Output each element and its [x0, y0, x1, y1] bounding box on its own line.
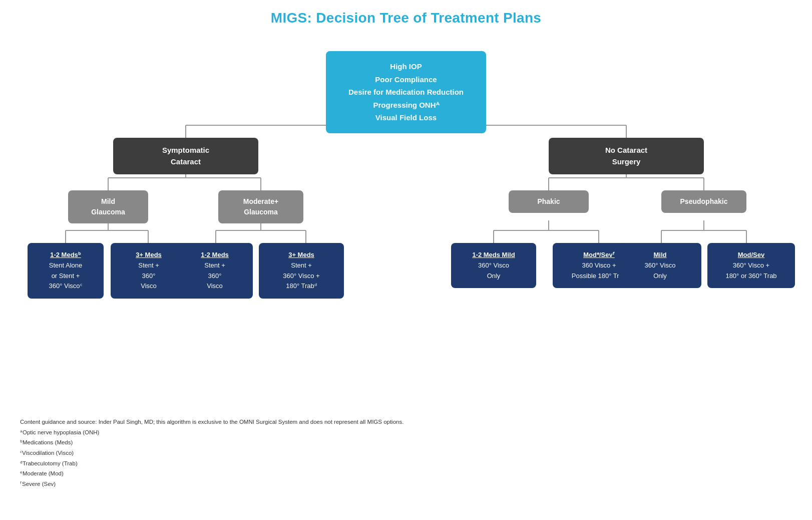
leaf5-node: 1-2 Meds Mild 360° Visco Only	[451, 243, 536, 288]
leaf7-line1: 360° Visco	[644, 262, 675, 269]
root-line3: Desire for Medication Reduction	[348, 88, 464, 96]
sym-cat-line1: Symptomatic	[162, 146, 209, 154]
leaf3-node: 1-2 Meds Stent + 360° Visco	[177, 243, 253, 299]
footnote-e: ᵉModerate (Mod)	[20, 468, 792, 479]
leaf7-line2: Only	[653, 272, 667, 280]
footnote-a: ᵃOptic nerve hypoplasia (ONH)	[20, 427, 792, 438]
decision-tree-diagram: High IOP Poor Compliance Desire for Medi…	[21, 41, 791, 402]
leaf2-line1: Stent +	[138, 262, 159, 269]
leaf8-line1: 360° Visco +	[733, 262, 769, 269]
leaf6-line1: 360 Visco +	[582, 262, 616, 269]
root-node: High IOP Poor Compliance Desire for Medi…	[326, 51, 486, 133]
no-cat-line2: Surgery	[612, 157, 641, 166]
footnote-c: ᶜViscodilation (Visco)	[20, 448, 792, 458]
mild-glaucoma-node: Mild Glaucoma	[68, 190, 148, 223]
leaf2-line3: Visco	[141, 282, 157, 290]
root-line5: Visual Field Loss	[375, 113, 437, 122]
leaf1-top: 1-2 Medsᵇ	[33, 250, 99, 261]
leaf1-node: 1-2 Medsᵇ Stent Alone or Stent + 360° Vi…	[28, 243, 104, 299]
footer-source: Content guidance and source: Inder Paul …	[20, 417, 792, 427]
leaf7-top: Mild	[624, 250, 696, 261]
moderate-glaucoma-node: Moderate+ Glaucoma	[218, 190, 303, 223]
leaf1-line2: or Stent +	[52, 272, 80, 280]
root-line2: Poor Compliance	[375, 75, 437, 84]
leaf5-top: 1-2 Meds Mild	[456, 250, 531, 261]
mild-glauc-line1: Mild	[101, 197, 115, 205]
leaf4-top: 3+ Meds	[264, 250, 339, 261]
leaf2-node: 3+ Meds Stent + 360° Visco	[111, 243, 187, 299]
leaf4-line3: 180° Trabᵈ	[286, 282, 317, 290]
leaf4-line1: Stent +	[291, 262, 312, 269]
footnote-f: ᶠSevere (Sev)	[20, 479, 792, 489]
mod-glauc-line2: Glaucoma	[244, 208, 278, 216]
mod-glauc-line1: Moderate+	[243, 197, 278, 205]
leaf1-line3: 360° Viscoᶜ	[49, 282, 82, 290]
root-line4: Progressing ONHᴬ	[373, 101, 439, 109]
footer: Content guidance and source: Inder Paul …	[20, 417, 792, 489]
leaf5-line1: 360° Visco	[478, 262, 509, 269]
symptomatic-cataract-node: Symptomatic Cataract	[113, 138, 258, 174]
mild-glauc-line2: Glaucoma	[91, 208, 125, 216]
leaf6-line2: Possible 180° Trab	[572, 272, 626, 280]
leaf3-line3: Visco	[207, 282, 223, 290]
phakic-node: Phakic	[509, 190, 589, 213]
leaf2-top: 3+ Meds	[116, 250, 182, 261]
leaf7-node: Mild 360° Visco Only	[619, 243, 701, 288]
pseudophakic-line1: Pseudophakic	[680, 197, 728, 205]
root-line1: High IOP	[390, 62, 422, 71]
leaf5-line2: Only	[487, 272, 501, 280]
leaf4-line2: 360° Visco +	[283, 272, 319, 280]
leaf2-line2: 360°	[142, 272, 156, 280]
phakic-line1: Phakic	[537, 197, 560, 205]
sym-cat-line2: Cataract	[171, 157, 201, 166]
leaf3-line1: Stent +	[204, 262, 225, 269]
page-title: MIGS: Decision Tree of Treatment Plans	[20, 10, 792, 26]
leaf3-line2: 360°	[208, 272, 222, 280]
no-cat-line1: No Cataract	[605, 146, 647, 154]
leaf4-node: 3+ Meds Stent + 360° Visco + 180° Trabᵈ	[259, 243, 344, 299]
leaf8-node: Mod/Sev 360° Visco + 180° or 360° Trab	[707, 243, 795, 288]
leaf8-line2: 180° or 360° Trab	[725, 272, 776, 280]
no-cataract-surgery-node: No Cataract Surgery	[549, 138, 704, 174]
footnote-b: ᵇMedications (Meds)	[20, 437, 792, 448]
pseudophakic-node: Pseudophakic	[661, 190, 746, 213]
leaf1-line1: Stent Alone	[49, 262, 83, 269]
footnote-d: ᵈTrabeculotomy (Trab)	[20, 458, 792, 469]
leaf8-top: Mod/Sev	[712, 250, 790, 261]
leaf3-top: 1-2 Meds	[182, 250, 248, 261]
